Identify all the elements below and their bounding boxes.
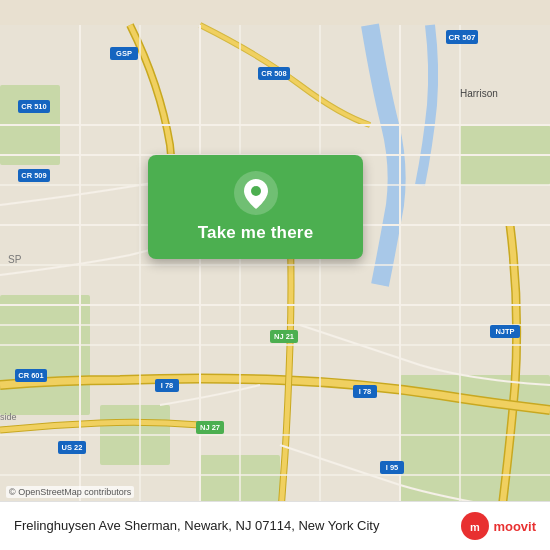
- svg-text:SP: SP: [8, 254, 22, 265]
- svg-text:NJTP: NJTP: [495, 327, 514, 336]
- svg-text:NJ 21: NJ 21: [274, 332, 294, 341]
- svg-text:side: side: [0, 412, 17, 422]
- svg-text:GSP: GSP: [116, 49, 132, 58]
- location-card: Take me there: [148, 155, 363, 259]
- address-text: Frelinghuysen Ave Sherman, Newark, NJ 07…: [14, 518, 451, 535]
- moovit-text: moovit: [493, 519, 536, 534]
- svg-text:NJ 27: NJ 27: [200, 423, 220, 432]
- svg-text:I 78: I 78: [359, 387, 372, 396]
- svg-text:CR 509: CR 509: [21, 171, 46, 180]
- moovit-icon: m: [461, 512, 489, 540]
- bottom-bar: Frelinghuysen Ave Sherman, Newark, NJ 07…: [0, 501, 550, 550]
- svg-text:CR 508: CR 508: [261, 69, 286, 78]
- svg-text:m: m: [470, 521, 480, 533]
- svg-text:CR 507: CR 507: [448, 33, 476, 42]
- svg-text:CR 601: CR 601: [18, 371, 43, 380]
- map-container: CR 507 GSP CR 508 CR 510 Harrison CR 509…: [0, 0, 550, 550]
- take-me-there-button[interactable]: Take me there: [198, 223, 314, 243]
- svg-point-55: [251, 186, 261, 196]
- osm-attribution: © OpenStreetMap contributors: [6, 486, 134, 498]
- svg-text:US 22: US 22: [62, 443, 83, 452]
- svg-rect-1: [0, 295, 90, 415]
- moovit-logo: m moovit: [461, 512, 536, 540]
- svg-text:Harrison: Harrison: [460, 88, 498, 99]
- svg-text:I 95: I 95: [386, 463, 399, 472]
- map-svg: CR 507 GSP CR 508 CR 510 Harrison CR 509…: [0, 0, 550, 550]
- location-pin-icon: [234, 171, 278, 215]
- svg-text:CR 510: CR 510: [21, 102, 46, 111]
- svg-text:I 78: I 78: [161, 381, 174, 390]
